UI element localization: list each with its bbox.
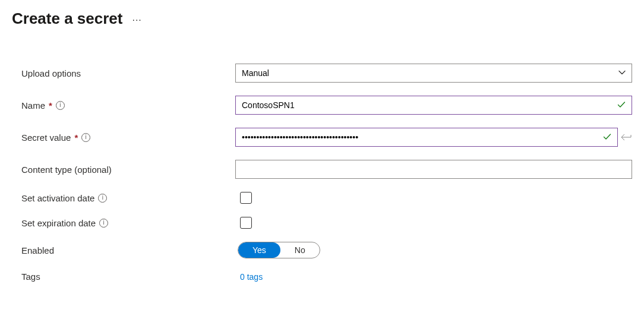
label-tags: Tags <box>21 272 235 282</box>
name-input[interactable] <box>235 96 632 115</box>
row-enabled: Enabled Yes No <box>12 242 632 258</box>
label-upload-options: Upload options <box>21 68 235 78</box>
expiration-date-checkbox[interactable] <box>240 217 252 229</box>
info-icon[interactable]: i <box>81 133 90 142</box>
label-content-type: Content type (optional) <box>21 165 235 175</box>
content-type-label-text: Content type (optional) <box>21 165 112 175</box>
enabled-yes-button[interactable]: Yes <box>238 242 280 258</box>
row-upload-options: Upload options <box>12 64 632 83</box>
arrow-left-icon <box>620 133 632 141</box>
content-type-input[interactable] <box>235 160 632 179</box>
name-label-text: Name <box>21 100 45 111</box>
row-secret-value: Secret value * i <box>12 128 632 147</box>
tags-link[interactable]: 0 tags <box>240 272 263 282</box>
secret-value-input[interactable] <box>235 128 618 147</box>
row-content-type: Content type (optional) <box>12 160 632 179</box>
row-name: Name * i <box>12 96 632 115</box>
enabled-no-button[interactable]: No <box>280 242 320 258</box>
activation-date-checkbox[interactable] <box>240 192 252 204</box>
label-expiration-date: Set expiration date i <box>21 218 235 228</box>
expiration-date-label-text: Set expiration date <box>21 218 96 228</box>
more-options-icon[interactable]: ··· <box>132 12 141 26</box>
info-icon[interactable]: i <box>56 101 65 110</box>
enabled-toggle: Yes No <box>238 242 320 258</box>
label-activation-date: Set activation date i <box>21 193 235 203</box>
label-enabled: Enabled <box>21 245 235 255</box>
secret-value-label-text: Secret value <box>21 132 71 143</box>
page-title: Create a secret <box>12 10 122 28</box>
row-activation-date: Set activation date i <box>12 192 632 204</box>
required-asterisk: * <box>49 100 52 111</box>
activation-date-label-text: Set activation date <box>21 193 94 203</box>
label-name: Name * i <box>21 100 235 111</box>
required-asterisk: * <box>74 132 78 143</box>
tags-label-text: Tags <box>21 272 40 282</box>
upload-options-label-text: Upload options <box>21 68 81 78</box>
row-tags: Tags 0 tags <box>12 272 632 282</box>
upload-options-select[interactable] <box>235 64 632 83</box>
label-secret-value: Secret value * i <box>21 132 235 143</box>
enabled-label-text: Enabled <box>21 245 54 255</box>
page-header: Create a secret ··· <box>12 10 632 28</box>
info-icon[interactable]: i <box>98 194 107 203</box>
row-expiration-date: Set expiration date i <box>12 217 632 229</box>
info-icon[interactable]: i <box>99 219 108 228</box>
